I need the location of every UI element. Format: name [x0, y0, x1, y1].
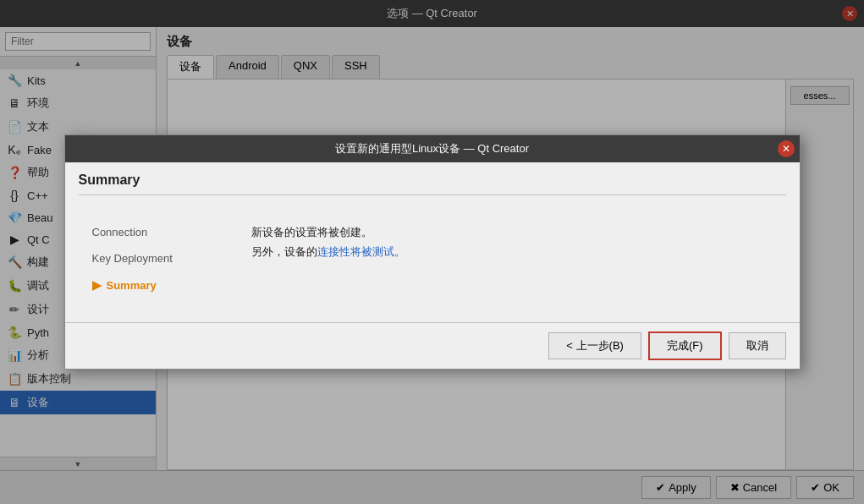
modal-footer: < 上一步(B) 完成(F) 取消	[65, 322, 800, 369]
modal-content: 新设备的设置将被创建。 另外，设备的连接性将被测试。	[231, 209, 786, 309]
modal-step-connection: Connection	[85, 222, 224, 242]
main-window: 选项 — Qt Creator ✕ ▲ 🔧Kits🖥环境📄文本KₑFake❓帮助…	[0, 0, 864, 504]
modal-prev-button[interactable]: < 上一步(B)	[548, 332, 641, 359]
modal-finish-button[interactable]: 完成(F)	[648, 331, 722, 360]
modal-steps: ConnectionKey Deployment▶Summary	[79, 209, 231, 309]
modal-cancel-button[interactable]: 取消	[729, 332, 786, 359]
modal-link: 连接性将被测试。	[317, 245, 405, 258]
modal-line1: 新设备的设置将被创建。	[251, 222, 766, 242]
modal-title: 设置新的通用型Linux设备 — Qt Creator	[335, 141, 529, 156]
modal-step-key_deployment: Key Deployment	[85, 249, 224, 268]
modal-text: 新设备的设置将被创建。 另外，设备的连接性将被测试。	[251, 222, 766, 262]
modal-line2: 另外，设备的连接性将被测试。	[251, 242, 766, 261]
modal-overlay: 设置新的通用型Linux设备 — Qt Creator ✕ Summary Co…	[0, 0, 864, 504]
modal-dialog: 设置新的通用型Linux设备 — Qt Creator ✕ Summary Co…	[64, 134, 801, 370]
modal-close-button[interactable]: ✕	[778, 140, 795, 157]
step-label-key_deployment: Key Deployment	[92, 252, 173, 265]
step-label-connection: Connection	[92, 226, 148, 238]
modal-body: ConnectionKey Deployment▶Summary 新设备的设置将…	[65, 195, 800, 322]
modal-step-summary: ▶Summary	[85, 275, 224, 295]
step-arrow-icon: ▶	[92, 278, 102, 292]
step-label-summary: Summary	[107, 279, 157, 292]
modal-title-bar: 设置新的通用型Linux设备 — Qt Creator ✕	[65, 135, 800, 162]
modal-summary-heading: Summary	[65, 162, 800, 194]
